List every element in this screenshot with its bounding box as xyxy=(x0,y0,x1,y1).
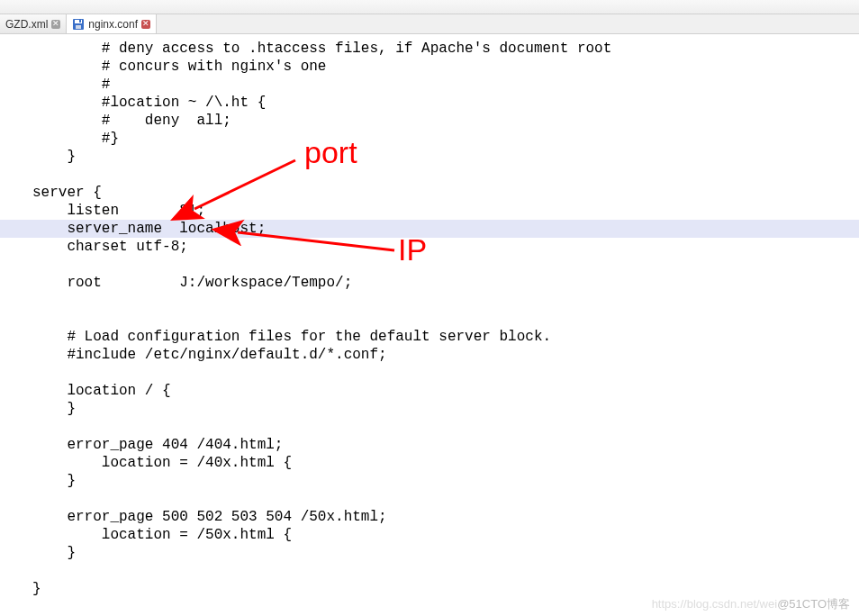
tab-nginx-conf[interactable]: nginx.conf ✕ xyxy=(67,14,157,33)
close-icon[interactable]: ✕ xyxy=(141,20,150,29)
code-line[interactable]: # xyxy=(0,76,859,94)
tab-label: nginx.conf xyxy=(88,18,138,31)
code-line[interactable]: server { xyxy=(0,184,859,202)
code-line[interactable]: location = /50x.html { xyxy=(0,526,859,544)
code-line[interactable]: error_page 500 502 503 504 /50x.html; xyxy=(0,508,859,526)
code-line[interactable] xyxy=(0,256,859,274)
code-line[interactable] xyxy=(0,166,859,184)
code-line[interactable] xyxy=(0,490,859,508)
code-line[interactable] xyxy=(0,562,859,580)
code-line[interactable] xyxy=(0,364,859,382)
code-line[interactable]: } xyxy=(0,148,859,166)
toolbar-area xyxy=(0,0,859,14)
tab-gzd-xml[interactable]: GZD.xml ✕ xyxy=(0,14,67,33)
code-line[interactable]: # deny all; xyxy=(0,112,859,130)
code-line[interactable]: #location ~ /\.ht { xyxy=(0,94,859,112)
svg-rect-2 xyxy=(76,25,81,29)
code-line[interactable]: #include /etc/nginx/default.d/*.conf; xyxy=(0,346,859,364)
code-line[interactable]: } xyxy=(0,580,859,598)
close-icon[interactable]: ✕ xyxy=(51,20,60,29)
code-line[interactable]: root J:/workspace/Tempo/; xyxy=(0,274,859,292)
code-line[interactable]: # concurs with nginx's one xyxy=(0,58,859,76)
code-line[interactable]: listen 81; xyxy=(0,202,859,220)
code-line[interactable]: charset utf-8; xyxy=(0,238,859,256)
code-line[interactable]: } xyxy=(0,544,859,562)
save-icon xyxy=(72,18,85,31)
code-line[interactable]: #} xyxy=(0,130,859,148)
watermark-brand: @51CTO博客 xyxy=(777,597,850,611)
code-line[interactable]: error_page 404 /404.html; xyxy=(0,436,859,454)
code-editor[interactable]: # deny access to .htaccess files, if Apa… xyxy=(0,34,859,598)
tab-label: GZD.xml xyxy=(5,18,48,31)
watermark-url: https://blog.csdn.net/wei xyxy=(652,597,777,611)
code-line[interactable]: } xyxy=(0,472,859,490)
code-line[interactable]: # deny access to .htaccess files, if Apa… xyxy=(0,40,859,58)
code-line[interactable]: location / { xyxy=(0,382,859,400)
code-line[interactable] xyxy=(0,418,859,436)
code-line[interactable]: location = /40x.html { xyxy=(0,454,859,472)
watermark: https://blog.csdn.net/wei@51CTO博客 xyxy=(652,596,850,612)
code-line[interactable] xyxy=(0,292,859,310)
svg-rect-3 xyxy=(79,20,81,23)
code-line[interactable]: # Load configuration files for the defau… xyxy=(0,328,859,346)
code-line[interactable]: } xyxy=(0,400,859,418)
code-line[interactable]: server_name localhost; xyxy=(0,220,859,238)
tab-bar: GZD.xml ✕ nginx.conf ✕ xyxy=(0,14,859,34)
code-line[interactable] xyxy=(0,310,859,328)
